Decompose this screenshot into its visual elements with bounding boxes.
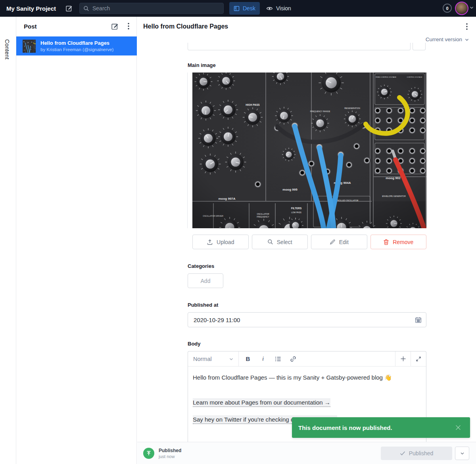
search-icon [83,6,89,11]
italic-button[interactable]: i [256,353,270,365]
link-icon [290,356,296,362]
kebab-icon [128,23,129,30]
post-item-subtitle: by Kristian Freeman (@signalnerve) [40,47,113,52]
toast-message: This document is now published. [298,424,453,431]
list-item-post[interactable]: Hello from Cloudflare Pages by Kristian … [16,36,137,55]
post-list-pane: Post Hello from Cloudflare Pages b [16,17,137,464]
format-buttons: B i [239,351,395,366]
search-input[interactable] [92,5,220,11]
body-label: Body [188,341,201,347]
field-change-bar [187,73,188,228]
search-icon [267,239,273,245]
published-at-label: Published at [188,302,218,308]
document-pane: Hello from Cloudflare Pages Current vers… [137,17,476,464]
upload-icon [207,239,213,245]
toast-published: This document is now published. [292,417,470,438]
block-style-value: Normal [193,356,212,362]
fullscreen-button[interactable] [411,351,426,366]
main-image-preview[interactable] [192,73,426,228]
body-link-documentation[interactable]: Learn more about Pages from our document… [193,398,330,407]
tab-desk[interactable]: Desk [229,2,260,15]
create-post-button[interactable] [110,22,119,31]
publish-status-text: Published just now [159,448,181,459]
pane-menu-button[interactable] [124,22,133,31]
slug-field-cutoff[interactable] [188,43,411,50]
chevron-down-icon[interactable] [470,6,474,9]
project-title: My Sanity Project [6,0,56,17]
edit-button-label: Edit [339,239,349,245]
post-item-title: Hello from Cloudflare Pages [40,40,113,46]
publish-button[interactable]: Published [381,447,452,460]
notification-badge[interactable]: 0 [443,4,452,13]
link-button[interactable] [286,353,300,365]
calendar-icon [415,317,422,323]
body-paragraph[interactable]: Hello from Cloudflare Pages — this is my… [193,373,421,382]
close-icon [455,424,461,431]
version-label: Current version [426,36,462,42]
bullet-list-button[interactable] [271,353,285,365]
toast-close-button[interactable] [453,422,464,433]
published-icon [143,448,154,459]
check-icon [400,451,405,456]
publish-status-chip: Published just now [143,448,181,459]
compose-icon [65,5,73,12]
document-footer: Published just now Published [137,442,476,464]
document-menu-button[interactable] [463,22,471,31]
insert-block-button[interactable] [395,351,411,366]
post-thumbnail [23,40,36,53]
plus-icon [400,356,406,362]
expand-icon [416,356,421,362]
bullet-list-icon [275,356,281,362]
content-rail: Content [0,17,16,464]
slug-generate-button-cutoff[interactable] [413,43,426,50]
bold-button[interactable]: B [241,353,255,365]
eye-icon [266,5,273,12]
document-title: Hello from Cloudflare Pages [143,23,228,30]
editor-toolbar-right [395,351,426,366]
global-search[interactable] [79,3,224,14]
post-item-text: Hello from Cloudflare Pages by Kristian … [40,40,113,52]
compose-icon [111,23,119,30]
trash-icon [383,239,389,245]
chevron-down-icon [465,38,469,41]
remove-button-label: Remove [393,239,413,245]
select-button-label: Select [277,239,292,245]
kebab-icon [466,23,468,30]
published-at-input[interactable] [188,317,410,323]
tab-vision-label: Vision [276,5,291,11]
block-style-select[interactable]: Normal [188,351,239,366]
chevron-down-icon [229,357,233,361]
sanity-studio-app: My Sanity Project Desk [0,0,476,464]
tab-vision[interactable]: Vision [262,2,296,15]
post-pane-header: Post [16,17,136,36]
document-form: Main image Upload [137,50,476,442]
document-header: Hello from Cloudflare Pages Current vers… [137,17,476,50]
rail-label-content[interactable]: Content [4,39,10,59]
edit-button[interactable]: Edit [311,235,367,249]
tab-desk-label: Desk [243,5,255,11]
chevron-down-icon [460,452,464,455]
top-bar: My Sanity Project Desk [0,0,476,17]
calendar-button[interactable] [410,313,426,327]
publish-button-label: Published [409,450,434,456]
upload-button-label: Upload [217,239,234,245]
pane-title: Post [24,17,37,36]
avatar[interactable] [455,2,468,15]
main-image-label: Main image [188,62,216,68]
editor-toolbar: Normal B i [188,351,426,367]
status-label: Published [159,448,181,453]
image-actions: Upload Select Edit [192,235,426,249]
published-at-field [188,312,426,327]
upload-button[interactable]: Upload [192,235,249,249]
version-selector[interactable]: Current version [426,36,469,42]
categories-label: Categories [188,263,214,269]
publish-menu-button[interactable] [455,447,469,460]
desk-icon [234,6,240,11]
new-document-button[interactable] [65,4,73,13]
status-time: just now [159,454,181,459]
remove-button[interactable]: Remove [370,235,427,249]
pencil-icon [330,239,336,245]
select-button[interactable]: Select [252,235,308,249]
add-category-button[interactable]: Add [188,273,223,288]
